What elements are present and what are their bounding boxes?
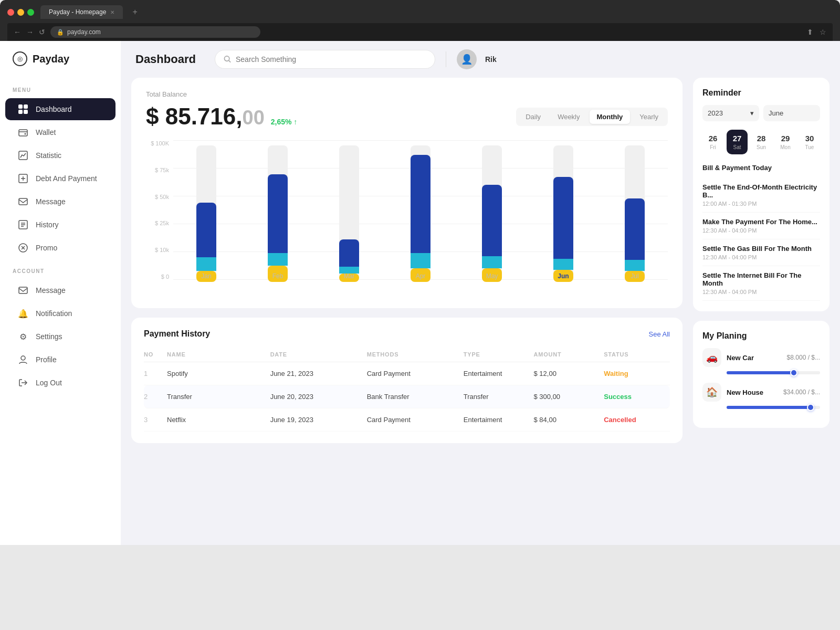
year-dropdown[interactable]: 2023 ▾ — [702, 105, 759, 121]
tab-title: Payday - Homepage — [49, 8, 106, 16]
payment-history-card: Payment History See All NO NAME DATE MET… — [131, 318, 682, 443]
new-tab-button[interactable]: + — [129, 7, 140, 17]
back-button[interactable]: ← — [14, 28, 21, 36]
sidebar-item-debt[interactable]: Debt And Payment — [5, 167, 116, 190]
sidebar-item-history[interactable]: History — [5, 214, 116, 236]
history-label: History — [36, 220, 59, 229]
day-name: Fri — [710, 144, 716, 150]
bill-name: Settle The Internet Bill For The Month — [702, 271, 820, 287]
sidebar-item-message[interactable]: Message — [5, 191, 116, 213]
page-title: Dashboard — [135, 52, 196, 66]
settings-label: Settings — [36, 332, 62, 341]
tab-weekly[interactable]: Weekly — [550, 110, 587, 124]
cell-amount: $ 84,00 — [533, 416, 600, 424]
y-label: $ 0 — [146, 274, 169, 280]
close-dot[interactable] — [7, 9, 14, 16]
message-label: Message — [36, 197, 66, 206]
cell-type: Entertaiment — [464, 370, 530, 377]
planning-item-amount: $8.000 / $... — [787, 354, 820, 361]
x-label: Jun — [530, 272, 596, 280]
sidebar-item-account-message[interactable]: Message — [5, 279, 116, 301]
cell-no: 1 — [144, 370, 163, 377]
search-input[interactable] — [236, 55, 426, 64]
tab-close-icon[interactable]: ✕ — [110, 9, 114, 15]
balance-cents: 00 — [243, 107, 265, 129]
month-dropdown[interactable]: June — [763, 105, 820, 121]
bookmark-icon[interactable]: ☆ — [820, 28, 826, 36]
sidebar-item-promo[interactable]: Promo — [5, 237, 116, 259]
avatar: 👤 — [457, 49, 477, 69]
svg-rect-4 — [19, 130, 27, 136]
forward-button[interactable]: → — [26, 28, 34, 36]
chart-bar-col: Jan — [173, 140, 239, 282]
day-name: Sat — [733, 144, 741, 150]
calendar-day[interactable]: 27 Sat — [727, 130, 748, 154]
address-field[interactable]: 🔒 payday.com — [50, 26, 260, 38]
sidebar-item-statistic[interactable]: Statistic — [5, 144, 116, 166]
minimize-dot[interactable] — [17, 9, 24, 16]
promo-icon — [18, 243, 28, 253]
tab-monthly[interactable]: Monthly — [590, 110, 631, 124]
bill-item: Make The Payment For The Home... 12:30 A… — [702, 213, 820, 239]
calendar-day[interactable]: 30 Tue — [799, 130, 820, 154]
app-logo: ◎ Payday — [0, 51, 121, 79]
chart-bar-col: May — [459, 140, 525, 282]
reminder-card: Reminder 2023 ▾ June 26 Fri 27 Sat — [693, 78, 830, 311]
y-label: $ 10k — [146, 247, 169, 253]
svg-line-20 — [229, 60, 230, 62]
y-label: $ 25k — [146, 220, 169, 226]
planning-bar-fill — [727, 406, 811, 409]
menu-section-label: MENU — [0, 79, 121, 97]
svg-rect-0 — [18, 104, 23, 109]
planning-icon: 🚗 — [702, 348, 721, 367]
chart-bar-col: Jul — [602, 140, 668, 282]
planning-icon: 🏠 — [702, 383, 721, 402]
col-amount: AMOUNT — [533, 351, 600, 358]
right-panel: Reminder 2023 ▾ June 26 Fri 27 Sat — [693, 78, 830, 443]
cell-name: Netflix — [167, 416, 266, 424]
account-section-label: ACCOUNT — [0, 260, 121, 278]
svg-point-17 — [21, 356, 25, 360]
refresh-button[interactable]: ↺ — [39, 28, 45, 36]
col-name: NAME — [167, 351, 266, 358]
cell-type: Entertaiment — [464, 416, 530, 424]
bill-time: 12:30 AM - 04:00 PM — [702, 254, 820, 260]
cell-amount: $ 300,00 — [533, 393, 600, 401]
calendar-day[interactable]: 28 Sun — [751, 130, 772, 154]
see-all-link[interactable]: See All — [649, 330, 670, 338]
bill-name: Make The Payment For The Home... — [702, 218, 820, 226]
bill-item: Settle The Gas Bill For The Month 12:30 … — [702, 239, 820, 266]
dashboard-icon — [18, 104, 28, 114]
cell-method: Card Payment — [367, 416, 459, 424]
x-label: May — [459, 272, 525, 280]
tab-daily[interactable]: Daily — [518, 110, 548, 124]
share-icon[interactable]: ⬆ — [807, 28, 813, 36]
search-bar[interactable] — [215, 50, 435, 69]
planning-items: 🚗 New Car $8.000 / $... 🏠 New House $34.… — [702, 348, 820, 409]
status-badge: Cancelled — [604, 416, 670, 424]
x-label: Feb — [245, 272, 311, 280]
svg-rect-16 — [19, 287, 27, 293]
planning-bar-dot[interactable] — [807, 404, 814, 411]
sidebar-item-profile[interactable]: Profile — [5, 349, 116, 371]
sidebar-item-dashboard[interactable]: Dashboard — [5, 98, 116, 120]
x-label: Jan — [173, 272, 239, 280]
y-label: $ 50k — [146, 194, 169, 200]
sidebar-item-wallet[interactable]: Wallet — [5, 121, 116, 143]
logout-label: Log Out — [36, 379, 62, 387]
planning-bar-fill — [727, 371, 794, 374]
browser-tab[interactable]: Payday - Homepage ✕ — [40, 5, 123, 19]
sidebar-item-settings[interactable]: ⚙ Settings — [5, 326, 116, 348]
cell-name: Spotify — [167, 370, 266, 377]
sidebar-item-notification[interactable]: 🔔 Notification — [5, 302, 116, 324]
balance-chart: $ 0$ 10k$ 25k$ 50k$ 75k$ 100KJanFebMarAp… — [146, 140, 668, 298]
sidebar-item-logout[interactable]: Log Out — [5, 372, 116, 394]
calendar-day[interactable]: 26 Fri — [702, 130, 723, 154]
calendar-day[interactable]: 29 Mon — [775, 130, 796, 154]
tab-yearly[interactable]: Yearly — [632, 110, 666, 124]
maximize-dot[interactable] — [27, 9, 34, 16]
bill-name: Settle The Gas Bill For The Month — [702, 245, 820, 253]
planning-bar-dot[interactable] — [790, 369, 797, 376]
day-name: Sun — [757, 144, 766, 150]
settings-icon: ⚙ — [18, 331, 28, 342]
